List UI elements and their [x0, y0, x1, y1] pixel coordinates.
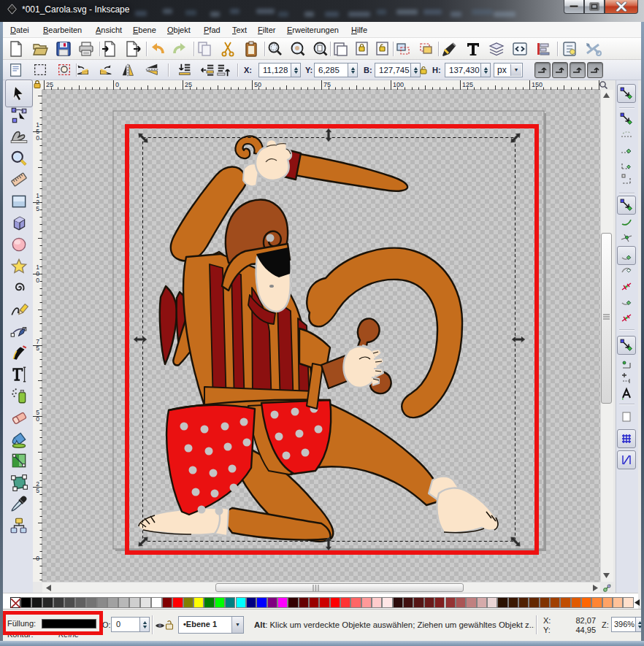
- svg-text:150: 150: [532, 81, 543, 88]
- svg-text:25: 25: [46, 81, 53, 88]
- svg-text:75: 75: [323, 81, 331, 88]
- svg-text:100: 100: [393, 81, 404, 88]
- svg-text:0: 0: [36, 555, 39, 562]
- svg-text:5: 5: [36, 205, 39, 212]
- svg-text:0: 0: [36, 134, 39, 142]
- svg-text:5: 5: [36, 345, 39, 352]
- svg-text:25: 25: [185, 81, 192, 88]
- svg-text:125: 125: [462, 81, 473, 88]
- svg-text:0: 0: [36, 415, 39, 423]
- svg-text:0: 0: [115, 81, 119, 88]
- svg-text:5: 5: [36, 487, 39, 494]
- svg-text:0: 0: [36, 277, 39, 284]
- svg-text:50: 50: [254, 81, 261, 88]
